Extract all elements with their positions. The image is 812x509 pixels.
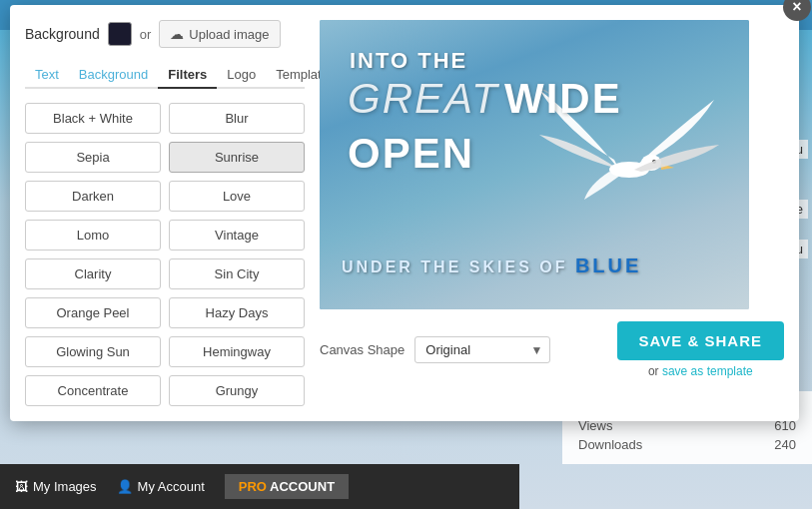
tab-background[interactable]: Background [69, 62, 158, 89]
color-swatch[interactable] [108, 22, 132, 46]
tab-text[interactable]: Text [25, 62, 69, 89]
filter-hemingway[interactable]: Hemingway [169, 336, 305, 367]
filter-vintage[interactable]: Vintage [169, 220, 305, 251]
background-label: Background [25, 26, 100, 42]
canvas-shape-select[interactable]: Original Square Landscape Portrait Faceb… [414, 336, 550, 363]
filter-concentrate[interactable]: Concentrate [25, 375, 161, 406]
filter-blur[interactable]: Blur [169, 103, 305, 134]
filter-sunrise[interactable]: Sunrise [169, 142, 305, 173]
filter-grungy[interactable]: Grungy [169, 375, 305, 406]
filter-lomo[interactable]: Lomo [25, 220, 161, 251]
canvas-text-open: OPEN [348, 130, 474, 178]
canvas-shape-wrapper: Original Square Landscape Portrait Faceb… [414, 336, 550, 363]
filter-sin-city[interactable]: Sin City [169, 258, 305, 289]
shape-control: Canvas Shape Original Square Landscape P… [320, 336, 550, 363]
my-account-btn[interactable]: 👤 My Account [117, 479, 205, 494]
or-text: or [140, 27, 152, 42]
filter-grid: Black + White Blur Sepia Sunrise Darken … [25, 103, 305, 406]
filter-hazy-days[interactable]: Hazy Days [169, 297, 305, 328]
save-as-template-text: or save as template [617, 364, 784, 378]
save-share-button[interactable]: SAVE & SHARE [617, 321, 784, 360]
save-section: SAVE & SHARE or save as template [617, 321, 784, 378]
canvas-area: INTO THE GREAT WIDE OPEN UNDER THE SKIES… [320, 20, 784, 406]
pro-account-button[interactable]: PRO ACCOUNT [225, 474, 349, 499]
canvas-text-wide: WIDE [504, 75, 622, 123]
save-as-template-link[interactable]: save as template [662, 364, 753, 378]
canvas-text-into: INTO THE [350, 48, 467, 74]
tab-logo[interactable]: Logo [217, 62, 266, 89]
filter-sepia[interactable]: Sepia [25, 142, 161, 173]
left-panel: Background or ☁ Upload image Text Backgr… [25, 20, 305, 406]
canvas-shape-label: Canvas Shape [320, 342, 405, 357]
filter-darken[interactable]: Darken [25, 181, 161, 212]
upload-image-button[interactable]: ☁ Upload image [159, 20, 280, 48]
background-row: Background or ☁ Upload image [25, 20, 305, 48]
canvas-text-blue: BLUE [575, 254, 641, 276]
user-icon: 👤 [117, 479, 133, 494]
bottom-bar: 🖼 My Images 👤 My Account PRO ACCOUNT [0, 464, 519, 509]
tab-filters[interactable]: Filters [158, 62, 217, 89]
image-icon: 🖼 [15, 479, 28, 494]
canvas-text-under: UNDER THE SKIES OF BLUE [342, 254, 641, 277]
filter-modal: × Background or ☁ Upload image Text Back… [10, 5, 799, 421]
my-images-btn[interactable]: 🖼 My Images [15, 479, 97, 494]
downloads-row: Downloads 240 [578, 437, 796, 452]
filter-orange-peel[interactable]: Orange Peel [25, 297, 161, 328]
filter-love[interactable]: Love [169, 181, 305, 212]
canvas-text-great: GREAT [348, 75, 499, 123]
filter-clarity[interactable]: Clarity [25, 258, 161, 289]
upload-icon: ☁ [170, 26, 184, 42]
canvas-controls: Canvas Shape Original Square Landscape P… [320, 321, 784, 378]
filter-black-white[interactable]: Black + White [25, 103, 161, 134]
filter-glowing-sun[interactable]: Glowing Sun [25, 336, 161, 367]
canvas-preview: INTO THE GREAT WIDE OPEN UNDER THE SKIES… [320, 20, 749, 309]
filter-tabs: Text Background Filters Logo Templates [25, 62, 305, 89]
